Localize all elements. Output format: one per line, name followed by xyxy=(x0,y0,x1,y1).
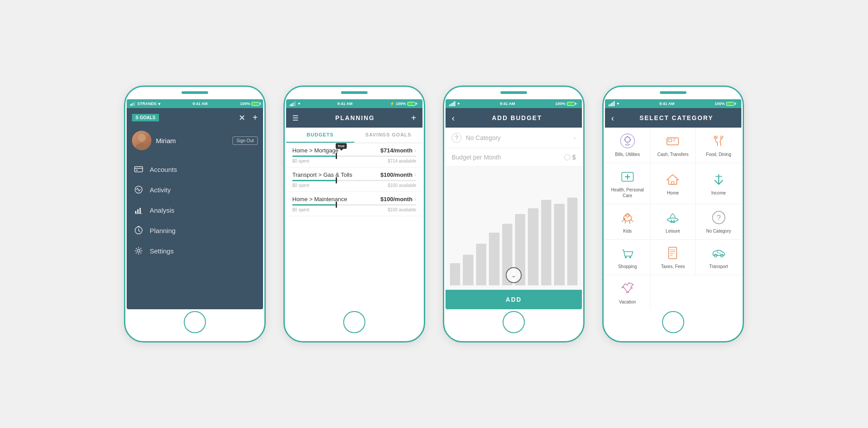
budget-item-maintenance[interactable]: Home > Maintenance $100/month › $0 spent… xyxy=(286,192,422,216)
nav-label-activity: Activity xyxy=(150,186,171,194)
nav-label-planning: Planning xyxy=(150,227,175,234)
chevron-right-1: › xyxy=(414,147,416,154)
category-cash-transfers[interactable]: Cash, Transfers xyxy=(651,128,696,163)
nav-item-accounts[interactable]: Accounts xyxy=(127,159,263,179)
category-placeholder: No Category xyxy=(466,134,574,141)
svg-point-30 xyxy=(625,257,627,258)
phone-1: STRANDS ▾ 9:41 AM 100% S GOALS ✕ + xyxy=(124,86,266,342)
add-button[interactable]: + xyxy=(252,113,258,123)
add-budget-button[interactable]: ADD xyxy=(446,290,582,309)
sign-out-button[interactable]: Sign Out xyxy=(232,136,258,145)
status-left-3: ▾ xyxy=(449,101,460,106)
settings-icon xyxy=(134,246,143,256)
budget-item-header-2: Transport > Gas & Tolls $100/month › xyxy=(292,171,416,178)
time-display-4: 9:41 AM xyxy=(659,101,674,106)
svg-rect-4 xyxy=(136,170,138,171)
svg-rect-7 xyxy=(137,209,139,214)
svg-rect-6 xyxy=(135,211,136,214)
budget-amount-field[interactable]: Budget per Month $ xyxy=(446,148,582,167)
tab-savings-goals[interactable]: SAVINGS GOALS xyxy=(354,128,422,143)
no-category-label: No Category xyxy=(706,228,731,234)
hamburger-menu[interactable]: ☰ xyxy=(292,114,299,122)
food-icon xyxy=(711,133,727,149)
nav-label-analysis: Analysis xyxy=(150,206,174,214)
back-button-3[interactable]: ‹ xyxy=(452,113,455,123)
wifi-4: ▾ xyxy=(617,101,619,106)
svg-rect-32 xyxy=(669,247,677,259)
budget-bar-fill-1 xyxy=(292,156,336,157)
category-kids[interactable]: Kids xyxy=(605,204,651,240)
nav-item-analysis[interactable]: Analysis xyxy=(127,200,263,220)
chart-bar-3 xyxy=(489,233,499,285)
battery-percent-2: 100% xyxy=(396,101,406,106)
chart-bar-6 xyxy=(528,208,538,285)
analysis-icon xyxy=(134,205,143,215)
phone2-header: ☰ PLANNING + xyxy=(286,108,422,128)
back-button-4[interactable]: ‹ xyxy=(611,113,614,123)
status-left: ▾ xyxy=(290,101,300,106)
category-bills-utilities[interactable]: Bills, Utilities xyxy=(605,128,651,163)
svg-rect-14 xyxy=(667,138,678,145)
svg-point-0 xyxy=(138,134,146,142)
income-icon xyxy=(711,171,727,187)
category-health[interactable]: Health, Personal Care xyxy=(605,163,651,204)
category-home[interactable]: Home xyxy=(651,163,696,204)
budget-item-gas[interactable]: Transport > Gas & Tolls $100/month › $0 … xyxy=(286,167,422,192)
shopping-icon xyxy=(620,245,636,261)
budget-spent-2: $0 spent xyxy=(292,183,309,188)
budget-amount-3: $100/month xyxy=(380,196,412,202)
status-bar-3: ▾ 9:41 AM 100% + xyxy=(446,99,582,108)
category-food-dining[interactable]: Food, Dining xyxy=(696,128,741,163)
close-button[interactable]: ✕ xyxy=(239,113,245,123)
health-icon xyxy=(620,168,636,184)
category-no-category[interactable]: ? No Category xyxy=(696,204,741,240)
category-income[interactable]: Income xyxy=(696,163,741,204)
chart-bar-8 xyxy=(554,204,564,285)
svg-point-13 xyxy=(625,137,630,142)
taxes-icon xyxy=(665,245,681,261)
phone-1-screen: STRANDS ▾ 9:41 AM 100% S GOALS ✕ + xyxy=(127,99,263,309)
category-vacation[interactable]: Vacation xyxy=(605,275,651,309)
category-leisure[interactable]: Leisure xyxy=(651,204,696,240)
budget-name-2: Transport > Gas & Tolls xyxy=(292,171,352,178)
svg-point-23 xyxy=(624,215,632,221)
category-field[interactable]: ? No Category › xyxy=(446,128,582,148)
category-shopping[interactable]: Shopping xyxy=(605,240,651,275)
nav-menu: Accounts Activity xyxy=(127,156,263,309)
scroll-down-button[interactable]: ⌄ xyxy=(506,267,522,283)
chevron-right-2: › xyxy=(414,171,416,178)
svg-point-1 xyxy=(136,143,148,150)
tab-budgets[interactable]: BUDGETS xyxy=(286,128,354,143)
battery-percent: 100% xyxy=(240,101,250,106)
nav-item-activity[interactable]: Activity xyxy=(127,179,263,200)
chart-bar-2 xyxy=(476,244,486,285)
svg-point-37 xyxy=(714,254,717,257)
user-name: Miriam xyxy=(156,137,228,144)
status-right-2: ⚡ 100% + xyxy=(390,101,419,106)
category-transport[interactable]: Transport xyxy=(696,240,741,275)
signal-4 xyxy=(608,101,615,106)
add-budget-button[interactable]: + xyxy=(411,113,416,123)
status-left: STRANDS ▾ xyxy=(130,101,160,106)
circle-icon xyxy=(564,154,570,160)
budget-item-mortgage[interactable]: Home > Mortgage $714/month › true $0 spe… xyxy=(286,143,422,167)
battery-percent-3: 100% xyxy=(555,101,566,106)
user-row: Miriam Sign Out xyxy=(127,127,263,156)
phone1-header: S GOALS ✕ + xyxy=(127,108,263,127)
today-marker-3 xyxy=(336,202,337,208)
status-bar-4: ▾ 9:41 AM 100% + xyxy=(605,99,741,108)
budget-bar-1: true xyxy=(292,156,416,157)
bills-icon xyxy=(620,133,636,149)
nav-item-settings[interactable]: Settings xyxy=(127,241,263,261)
bluetooth-icon: ⚡ xyxy=(390,101,395,106)
phone-2-screen: ▾ 9:41 AM ⚡ 100% + ☰ PLANNING + BUDGETS … xyxy=(286,99,422,309)
category-taxes[interactable]: Taxes, Fees xyxy=(651,240,696,275)
budget-footer-1: $0 spent $714 available xyxy=(292,159,416,163)
goals-tab-label[interactable]: S GOALS xyxy=(132,114,159,121)
vacation-label: Vacation xyxy=(619,299,636,305)
vacation-icon xyxy=(620,280,636,296)
nav-item-planning[interactable]: Planning xyxy=(127,220,263,241)
kids-label: Kids xyxy=(623,228,632,234)
transport-icon xyxy=(711,245,727,261)
svg-rect-21 xyxy=(671,182,674,184)
